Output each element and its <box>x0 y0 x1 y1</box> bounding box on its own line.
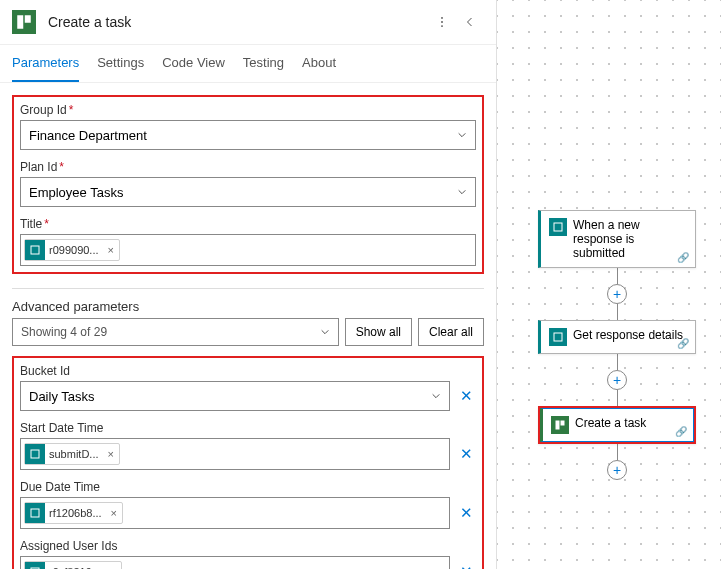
highlight-box-1: Group Id* Finance Department Plan Id* Em… <box>12 95 484 274</box>
advanced-label: Advanced parameters <box>12 299 484 314</box>
assigned-users-input[interactable]: r0cf8219... × ; <box>20 556 450 569</box>
link-icon: 🔗 <box>675 426 687 437</box>
svg-rect-10 <box>554 333 562 341</box>
tab-testing[interactable]: Testing <box>243 55 284 82</box>
svg-rect-1 <box>25 15 31 23</box>
clear-due-date[interactable]: ✕ <box>456 504 476 522</box>
add-step-button[interactable]: + <box>607 284 627 304</box>
flow-step-label: Create a task <box>575 416 646 434</box>
divider <box>12 288 484 289</box>
connector <box>617 268 618 284</box>
bucket-id-select[interactable]: Daily Tasks <box>20 381 450 411</box>
planner-icon <box>12 10 36 34</box>
tab-parameters[interactable]: Parameters <box>12 55 79 82</box>
due-date-token[interactable]: rf1206b8... × <box>24 502 123 524</box>
start-date-input[interactable]: submitD... × <box>20 438 450 470</box>
assigned-users-token[interactable]: r0cf8219... × <box>24 561 122 569</box>
flow-step-trigger[interactable]: When a new response is submitted 🔗 <box>538 210 696 268</box>
start-date-label: Start Date Time <box>20 421 476 435</box>
plan-id-select[interactable]: Employee Tasks <box>20 177 476 207</box>
connector <box>617 444 618 460</box>
clear-bucket-id[interactable]: ✕ <box>456 387 476 405</box>
svg-rect-6 <box>31 450 39 458</box>
chevron-down-icon <box>431 391 441 401</box>
chevron-down-icon <box>457 130 467 140</box>
link-icon: 🔗 <box>677 252 689 263</box>
flow-step-label: Get response details <box>573 328 683 342</box>
forms-icon <box>25 562 45 569</box>
svg-rect-5 <box>31 246 39 254</box>
clear-all-button[interactable]: Clear all <box>418 318 484 346</box>
forms-icon <box>25 444 45 464</box>
svg-rect-7 <box>31 509 39 517</box>
tab-code-view[interactable]: Code View <box>162 55 225 82</box>
planner-icon <box>551 416 569 434</box>
canvas[interactable]: When a new response is submitted 🔗 + Get… <box>497 0 721 569</box>
svg-rect-12 <box>561 421 565 426</box>
svg-point-4 <box>441 25 443 27</box>
svg-rect-9 <box>554 223 562 231</box>
connector <box>617 304 618 320</box>
title-token[interactable]: r099090... × <box>24 239 120 261</box>
link-icon: 🔗 <box>677 338 689 349</box>
chevron-down-icon <box>457 187 467 197</box>
forms-icon <box>25 503 45 523</box>
forms-icon <box>549 328 567 346</box>
highlight-box-2: Bucket Id Daily Tasks ✕ Start Date Time … <box>12 356 484 569</box>
token-remove[interactable]: × <box>106 507 122 519</box>
add-step-button[interactable]: + <box>607 370 627 390</box>
add-step-button[interactable]: + <box>607 460 627 480</box>
svg-point-3 <box>441 21 443 23</box>
forms-icon <box>549 218 567 236</box>
tab-about[interactable]: About <box>302 55 336 82</box>
clear-assigned-users[interactable]: ✕ <box>456 563 476 569</box>
group-id-label: Group Id* <box>20 103 476 117</box>
assigned-users-label: Assigned User Ids <box>20 539 476 553</box>
tabs: Parameters Settings Code View Testing Ab… <box>0 45 496 83</box>
flow-step-label: When a new response is submitted <box>573 218 687 260</box>
clear-start-date[interactable]: ✕ <box>456 445 476 463</box>
token-remove[interactable]: × <box>103 448 119 460</box>
connector <box>617 390 618 406</box>
title-label: Title* <box>20 217 476 231</box>
bucket-id-label: Bucket Id <box>20 364 476 378</box>
more-button[interactable] <box>428 8 456 36</box>
forms-icon <box>25 240 45 260</box>
svg-rect-0 <box>17 15 23 29</box>
advanced-select[interactable]: Showing 4 of 29 <box>12 318 339 346</box>
flow-step-get-response[interactable]: Get response details 🔗 <box>538 320 696 354</box>
chevron-down-icon <box>320 327 330 337</box>
connector <box>617 354 618 370</box>
show-all-button[interactable]: Show all <box>345 318 412 346</box>
panel-title: Create a task <box>48 14 428 30</box>
due-date-label: Due Date Time <box>20 480 476 494</box>
tab-settings[interactable]: Settings <box>97 55 144 82</box>
start-date-token[interactable]: submitD... × <box>24 443 120 465</box>
title-input[interactable]: r099090... × <box>20 234 476 266</box>
token-suffix: ; <box>126 565 130 570</box>
panel-header: Create a task <box>0 0 496 45</box>
token-remove[interactable]: × <box>103 244 119 256</box>
flow-step-create-task-selected[interactable]: Create a task 🔗 <box>538 406 696 444</box>
svg-point-2 <box>441 17 443 19</box>
group-id-select[interactable]: Finance Department <box>20 120 476 150</box>
plan-id-label: Plan Id* <box>20 160 476 174</box>
due-date-input[interactable]: rf1206b8... × <box>20 497 450 529</box>
svg-rect-11 <box>556 421 560 430</box>
collapse-button[interactable] <box>456 8 484 36</box>
